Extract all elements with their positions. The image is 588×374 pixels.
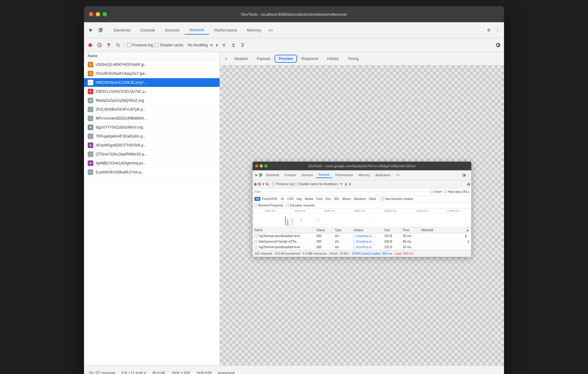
list-item[interactable]: J O2sIJEHG9avKV4aqzSx7.jpe... [84,69,220,78]
tab-timing[interactable]: Timing [343,55,363,63]
type-ws: WS [333,197,340,201]
inner-tab-network: Network [316,172,332,178]
tab-initiator[interactable]: Initiator [322,55,343,63]
tab-network[interactable]: Network [185,26,209,35]
clear-button[interactable] [96,41,103,49]
type-wasm: Wasm [341,197,352,201]
table-row: log?format=json&hasfast=true 200 xhr /_/… [253,233,471,239]
list-item[interactable]: J U5OHzQL4tEKFr6OFIxWK.jp... [84,60,220,69]
inner-tab-console: Console [282,172,299,178]
td-waterfall [419,239,471,244]
file-list-header: Name [84,52,220,60]
file-name: 4pIMBj7zOAk1y5Agmmoj.pn... [96,161,216,165]
dom-content-loaded: DOMContentLoaded: 366 ms [352,252,392,255]
list-item-selected[interactable]: — h90CtfziXluvh1LSSKJE.png?... [84,78,220,87]
td-time: 32 ms [401,244,419,250]
tab-sources[interactable]: Sources [160,26,185,34]
resources-size: 5.0 MB resources [303,252,327,255]
list-item[interactable]: ■ AFacMOgv6D0CFTr6U5e8.p... [84,141,220,150]
filter-button[interactable] [105,41,112,49]
list-item[interactable]: ● 20E6CLcSzNV2GELQu7oC.p... [84,87,220,96]
td-size: 200 B [382,239,401,244]
th-waterfall: Waterfall ▲ [419,227,471,233]
list-item[interactable]: ⚙ 9gzXiTYY0nZzBxGl6KrV.svg [84,123,220,132]
table-row: batchexecute?rpcids=xZTw... 200 xhr /_/m… [253,239,471,244]
type-all: All [254,197,260,201]
file-name: TRFujw0pi0nHF3GwDuRn.p... [96,134,216,138]
preserve-log-checkbox[interactable]: Preserve log [127,43,153,47]
list-item[interactable]: □ MPcVmmemtEEDURBN6lGK... [84,114,220,123]
td-status: 200 [314,244,333,250]
close-button[interactable] [89,12,93,16]
more-options-button[interactable]: ⋮ [494,27,502,34]
maximize-button[interactable] [103,12,107,16]
list-item[interactable]: □ 2P2L80XfBoFWJFxU9TpK.p... [84,105,220,114]
close-panel-button[interactable]: × [222,55,230,62]
td-waterfall [419,244,471,250]
throttle-select[interactable]: No throttling [185,42,214,48]
type-media: Media [304,197,314,201]
disable-cache-checkbox[interactable]: Disable cache [155,43,183,47]
inner-tab-sources: Sources [299,172,315,178]
tab-response[interactable]: Response [297,55,322,63]
svg-point-14 [254,183,257,185]
tab-preview[interactable]: Preview [275,55,297,63]
main-area: Name J U5OHzQL4tEKFr6OFIxWK.jp... J O2sI… [84,52,504,365]
settings-button[interactable]: ⚙ [485,27,493,34]
type-js: JS [279,197,285,201]
status-bar: 50 / 57 requests 0 B / 31.4 kB tr 85.8 k… [84,365,504,374]
file-name: 2P2L80XfBoFWJFxU9TpK.p... [96,107,216,112]
file-name: lLuvbNUllrm2Mud4U1Yve.p... [96,170,216,174]
timeline-chart [253,213,471,227]
td-initiator: /_/mss/boq-d... [351,239,382,244]
tab-memory[interactable]: Memory [242,26,267,34]
inner-tab-bar: Elements Console Sources Network Perform… [253,170,471,180]
traffic-lights [89,12,107,16]
td-size: 152 B [382,233,401,239]
tab-headers[interactable]: Headers [230,55,252,63]
cursor-tool-button[interactable] [86,27,95,34]
file-type-icon: ■ [88,160,93,166]
file-type-icon: ⚙ [88,125,93,130]
list-item[interactable]: □ TRFujw0pi0nHF3GwDuRn.p... [84,132,220,141]
file-type-icon: ⊘ [88,98,93,103]
td-name: batchexecute?rpcids=xZTw... [253,239,314,244]
td-status: 200 [314,233,333,239]
file-type-icon: □ [88,134,93,139]
list-item[interactable]: ■ 4pIMBj7zOAk1y5Agmmoj.pn... [84,159,220,168]
top-toolbar: Elements Console Sources Network Perform… [84,22,504,38]
wifi-icon[interactable] [220,42,228,49]
upload-button[interactable] [230,41,237,49]
finish-time: Finish: 13.89 s [329,252,349,255]
type-status: image/avif [218,371,235,374]
td-type: xhr [333,244,351,250]
th-size: Size [382,227,401,233]
inner-type-bar: All Fetch/XHR JS CSS Img Media Font Doc … [253,196,471,202]
file-type-icon: □ [88,107,93,112]
tab-payload[interactable]: Payload [253,55,275,63]
minimize-button[interactable] [96,12,100,16]
tab-elements[interactable]: Elements [109,26,135,34]
th-status: Status [314,227,333,233]
file-type-icon: — [88,169,93,175]
more-tabs-button[interactable]: >> [267,27,275,34]
list-item[interactable]: — lLuvbNUllrm2Mud4U1Yve.p... [84,168,220,177]
td-name: log?format=json&hasfast=true [253,244,314,250]
file-name: 9gzXiTYY0nZzBxGl6KrV.svg [96,125,216,130]
tab-performance[interactable]: Performance [209,26,242,34]
inner-tab-more: >> [393,172,402,178]
search-button[interactable] [114,41,122,49]
record-button[interactable] [86,41,94,49]
device-mode-button[interactable] [96,27,105,34]
devtools-window: DevTools - localhost:8080/docs/devtools/… [84,6,504,374]
list-item[interactable]: □ QTDnaY32hLDipeRW8e3O.p... [84,150,220,159]
type-fetch: Fetch/XHR [261,197,279,201]
file-type-icon: □ [88,116,93,121]
tab-console[interactable]: Console [135,26,160,34]
network-settings-button[interactable] [494,41,502,49]
separator-1 [124,42,124,48]
svg-marker-5 [107,44,111,47]
table-row: log?format=json&hasfast=true 200 xhr /_/… [253,244,471,250]
list-item[interactable]: ⊘ MadqZsIZpo1sj3qQ3GsZ.svg [84,96,220,105]
download-button[interactable] [239,41,246,49]
